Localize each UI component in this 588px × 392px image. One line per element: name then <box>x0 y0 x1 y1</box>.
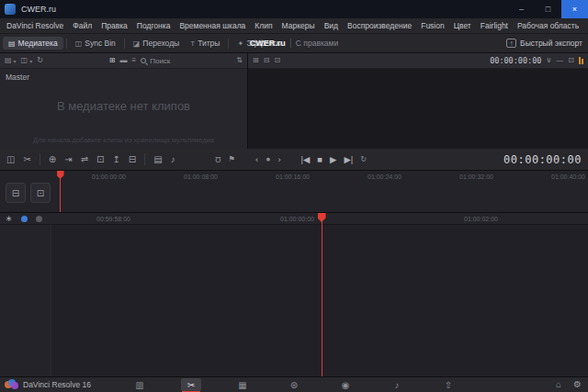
place-on-top-icon[interactable]: ↥ <box>112 155 119 164</box>
bin-display-icon[interactable]: ▤ <box>5 57 12 64</box>
sort-icon[interactable]: ⇅ <box>236 57 243 64</box>
page-fairlight-button[interactable]: ♪ <box>387 378 407 391</box>
viewer-canvas[interactable] <box>248 69 588 149</box>
list-view-icon[interactable]: ≡ <box>132 57 137 64</box>
add-bin-icon[interactable]: ◫ <box>21 57 28 64</box>
project-manager-home-icon[interactable]: ⌂ <box>556 380 561 389</box>
edit-tools-group: ◫ ✂ ⊕ ⇥ ⇌ ⊡ ↥ ⊟ ▤ ♪ <box>6 149 175 170</box>
menu-item-fusion[interactable]: Fusion <box>416 18 449 34</box>
menu-item-file[interactable]: Файл <box>68 18 96 34</box>
menu-item-help[interactable]: Справка <box>583 18 588 34</box>
bin-name[interactable]: Master <box>6 73 29 82</box>
sync-bin-label: Sync Bin <box>85 39 116 48</box>
menu-item-fairlight[interactable]: Fairlight <box>476 18 513 34</box>
menu-item-trim[interactable]: Подгонка <box>132 18 175 34</box>
viewer-timecode: 00:00:00:00 <box>490 56 541 65</box>
ruler-tick: 01:00:00:00 <box>280 216 314 222</box>
quick-export-button[interactable]: ↑ Быстрый экспорт <box>506 34 582 52</box>
play-button[interactable]: ▶ <box>330 155 336 164</box>
timeline[interactable]: 00:59:58:00 01:00:00:00 01:00:02:00 ∗ <box>0 213 588 376</box>
viewer-fullscreen-icon[interactable]: ⊡ <box>274 57 280 64</box>
strip-view-icon[interactable]: ▬ <box>120 57 128 64</box>
toolbar-separator <box>124 39 125 49</box>
page-media-button[interactable]: ▥ <box>130 378 150 391</box>
viewer-options-icon[interactable]: ∨ <box>546 57 551 64</box>
menu-bar: DaVinci Resolve Файл Правка Подгонка Вре… <box>0 18 588 34</box>
transitions-label: Переходы <box>142 39 179 48</box>
close-button[interactable]: × <box>561 0 588 18</box>
thumbnail-view-icon[interactable]: ⊞ <box>109 57 116 64</box>
playhead-position-icon[interactable]: ● <box>266 155 270 163</box>
viewer-panel: ⊞ ⊟ ⊡ 00:00:00:00 ∨ — ⊡ <box>248 53 588 149</box>
page-color-button[interactable]: ◉ <box>335 378 356 391</box>
search-button[interactable]: Поиск <box>141 57 170 65</box>
next-frame-button[interactable]: › <box>277 155 280 164</box>
insert-still-icon[interactable]: ▤ <box>153 155 162 164</box>
panel-toggles-left: ▤ Медиатека ◫ Sync Bin ◪ Переходы T Титр… <box>3 34 288 52</box>
page-deliver-button[interactable]: ⇧ <box>438 378 458 391</box>
smart-insert-icon[interactable]: ⊕ <box>49 155 56 164</box>
audio-track-indicator-icon[interactable] <box>36 216 42 222</box>
go-to-end-button[interactable]: ▶| <box>344 155 353 164</box>
append-to-end-icon[interactable]: ⇥ <box>64 155 72 164</box>
menu-item-view[interactable]: Вид <box>320 18 343 34</box>
audio-meters-icon[interactable] <box>579 57 583 64</box>
ruler-tick: 01:00:00:00 <box>92 174 126 180</box>
video-track-indicator-icon[interactable] <box>21 216 28 222</box>
viewer-minimize-icon[interactable]: — <box>556 57 563 64</box>
viewer-timeline-mode-icon[interactable]: ⊟ <box>264 57 270 64</box>
menu-item-clip[interactable]: Клип <box>250 18 277 34</box>
mini-playhead-handle[interactable] <box>57 171 64 179</box>
page-edit-button[interactable]: ▦ <box>232 378 253 391</box>
zoomed-view-button[interactable]: ⊡ <box>30 183 51 203</box>
viewer-expand-icon[interactable]: ⊡ <box>568 57 574 64</box>
previous-frame-button[interactable]: ‹ <box>255 155 258 164</box>
menu-item-davinci-resolve[interactable]: DaVinci Resolve <box>2 18 68 34</box>
stop-button[interactable]: ■ <box>317 155 322 164</box>
media-pool-toggle[interactable]: ▤ Медиатека <box>3 37 63 50</box>
toolbar-separator <box>228 39 229 49</box>
media-pool-icon: ▤ <box>8 39 16 48</box>
chevron-down-icon: ▾ <box>14 58 17 64</box>
close-up-icon[interactable]: ⊡ <box>96 155 104 164</box>
menu-item-edit[interactable]: Правка <box>96 18 132 34</box>
full-timeline-view-button[interactable]: ⊟ <box>6 183 26 203</box>
toolbar-separator <box>66 39 67 49</box>
snap-icon[interactable]: Ω <box>215 155 220 163</box>
flag-icon[interactable]: ⚑ <box>228 155 235 163</box>
transitions-toggle[interactable]: ◪ Переходы <box>128 37 185 50</box>
menu-item-timeline[interactable]: Временная шкала <box>175 18 250 34</box>
page-cut-button[interactable]: ✂ <box>181 378 201 391</box>
track-header-column[interactable] <box>0 225 51 376</box>
timeline-ruler[interactable]: 00:59:58:00 01:00:00:00 01:00:02:00 <box>0 213 588 225</box>
menu-item-color[interactable]: Цвет <box>449 18 476 34</box>
menu-item-mark[interactable]: Маркеры <box>277 18 320 34</box>
page-fusion-button[interactable]: ⊛ <box>284 378 304 391</box>
clip-color-palette-icon[interactable]: ∗ <box>6 215 13 223</box>
menu-item-workspace[interactable]: Рабочая область <box>513 18 583 34</box>
loop-button[interactable]: ↻ <box>360 155 367 163</box>
viewer-source-mode-icon[interactable]: ⊞ <box>253 57 259 64</box>
maximize-button[interactable]: □ <box>535 0 561 18</box>
trim-tool-icon[interactable]: ◫ <box>6 155 15 164</box>
source-overwrite-icon[interactable]: ⊟ <box>129 155 136 164</box>
audio-level-icon[interactable]: ♪ <box>171 155 175 164</box>
top-panes: ▤ ▾ ◫ ▾ ↻ ⊞ ▬ ≡ Поиск ⇅ Master В медиате… <box>0 53 588 149</box>
timeline-playhead[interactable] <box>322 213 322 376</box>
mini-timeline[interactable]: 01:00:00:00 01:00:08:00 01:00:16:00 01:0… <box>0 171 588 213</box>
titles-toggle[interactable]: T Титры <box>185 37 225 50</box>
minimize-button[interactable]: – <box>508 0 535 18</box>
razor-tool-icon[interactable]: ✂ <box>23 155 30 164</box>
quick-export-label: Быстрый экспорт <box>520 39 582 48</box>
sync-bin-toggle[interactable]: ◫ Sync Bin <box>70 37 121 50</box>
titles-icon: T <box>190 39 195 48</box>
menu-item-playback[interactable]: Воспроизведение <box>343 18 416 34</box>
window-controls: – □ × <box>508 0 588 18</box>
refresh-icon[interactable]: ↻ <box>37 57 43 64</box>
mini-playhead[interactable] <box>60 171 61 212</box>
settings-gear-icon[interactable]: ⚙ <box>573 380 582 389</box>
ripple-overwrite-icon[interactable]: ⇌ <box>81 155 88 164</box>
go-to-start-button[interactable]: |◀ <box>301 155 311 164</box>
panel-toggle-bar: ▤ Медиатека ◫ Sync Bin ◪ Переходы T Титр… <box>0 34 588 53</box>
project-title-area: CWER.ru С правками <box>250 34 338 52</box>
